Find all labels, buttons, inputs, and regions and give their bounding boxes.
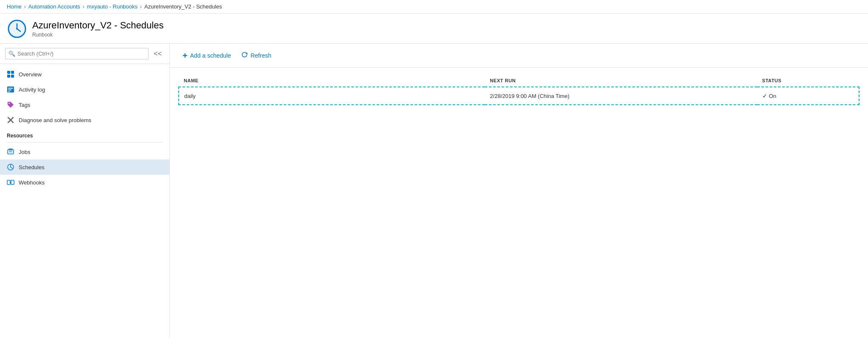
add-schedule-button[interactable]: + Add a schedule bbox=[178, 49, 235, 62]
svg-line-21 bbox=[11, 167, 12, 168]
main-layout: 🔍 << Overview bbox=[0, 44, 868, 338]
col-status: STATUS bbox=[757, 75, 859, 87]
add-icon: + bbox=[183, 51, 188, 60]
sidebar-item-diagnose[interactable]: Diagnose and solve problems bbox=[0, 112, 169, 128]
status-badge: ✓ On bbox=[762, 92, 854, 99]
schedule-table-container: NAME NEXT RUN STATUS daily2/28/2019 9:00… bbox=[170, 68, 868, 112]
toolbar: + Add a schedule Refresh bbox=[170, 44, 868, 68]
breadcrumb-sep-3: › bbox=[140, 4, 142, 10]
sidebar-item-jobs[interactable]: Jobs bbox=[0, 144, 169, 159]
cell-name: daily bbox=[179, 87, 485, 105]
page-icon bbox=[7, 19, 27, 39]
sidebar-item-activity-log[interactable]: Activity log bbox=[0, 82, 169, 97]
activity-log-icon bbox=[7, 86, 14, 93]
col-next-run: NEXT RUN bbox=[485, 75, 757, 87]
page-subtitle: Runbook bbox=[32, 32, 163, 38]
search-icon: 🔍 bbox=[8, 50, 15, 57]
svg-rect-11 bbox=[8, 89, 11, 90]
diagnose-icon bbox=[7, 116, 14, 124]
table-row[interactable]: daily2/28/2019 9:00 AM (China Time)✓ On bbox=[179, 87, 859, 105]
sidebar-item-webhooks[interactable]: Webhooks bbox=[0, 175, 169, 190]
breadcrumb-sep-2: › bbox=[83, 4, 84, 10]
svg-rect-23 bbox=[11, 180, 14, 184]
breadcrumb: Home › Automation Accounts › mxyauto - R… bbox=[0, 0, 868, 14]
col-name: NAME bbox=[179, 75, 485, 87]
resources-divider bbox=[7, 142, 163, 142]
sidebar-search-container: 🔍 << bbox=[0, 44, 169, 64]
refresh-icon bbox=[241, 51, 248, 60]
breadcrumb-automation-accounts[interactable]: Automation Accounts bbox=[28, 3, 80, 10]
schedules-icon bbox=[7, 163, 14, 171]
sidebar: 🔍 << Overview bbox=[0, 44, 170, 338]
schedule-table: NAME NEXT RUN STATUS daily2/28/2019 9:00… bbox=[178, 75, 860, 105]
svg-point-13 bbox=[8, 103, 10, 104]
table-body: daily2/28/2019 9:00 AM (China Time)✓ On bbox=[179, 87, 859, 105]
page-title: AzureInventory_V2 - Schedules bbox=[32, 20, 163, 31]
svg-rect-12 bbox=[8, 91, 10, 92]
breadcrumb-current: AzureInventory_V2 - Schedules bbox=[144, 3, 222, 10]
svg-rect-7 bbox=[7, 75, 10, 78]
svg-point-4 bbox=[16, 28, 18, 30]
sidebar-item-overview-label: Overview bbox=[19, 71, 42, 78]
sidebar-item-diagnose-label: Diagnose and solve problems bbox=[19, 117, 91, 123]
refresh-label: Refresh bbox=[250, 52, 271, 59]
svg-rect-5 bbox=[7, 71, 10, 74]
content-area: + Add a schedule Refresh NAME bbox=[170, 44, 868, 338]
table-header: NAME NEXT RUN STATUS bbox=[179, 75, 859, 87]
svg-rect-6 bbox=[11, 71, 14, 74]
sidebar-item-webhooks-label: Webhooks bbox=[19, 179, 45, 186]
sidebar-item-tags[interactable]: Tags bbox=[0, 97, 169, 112]
page-header: AzureInventory_V2 - Schedules Runbook bbox=[0, 14, 868, 44]
sidebar-item-jobs-label: Jobs bbox=[19, 149, 30, 155]
sidebar-item-overview[interactable]: Overview bbox=[0, 67, 169, 82]
resources-section-label: Resources bbox=[0, 128, 169, 140]
search-input[interactable] bbox=[5, 48, 149, 59]
sidebar-item-tags-label: Tags bbox=[19, 102, 30, 108]
jobs-icon bbox=[7, 148, 14, 156]
tags-icon bbox=[7, 101, 14, 109]
sidebar-item-schedules-label: Schedules bbox=[19, 164, 45, 170]
refresh-button[interactable]: Refresh bbox=[237, 49, 275, 62]
overview-icon bbox=[7, 70, 14, 78]
breadcrumb-home[interactable]: Home bbox=[7, 3, 22, 10]
check-icon: ✓ bbox=[762, 92, 767, 99]
collapse-button[interactable]: << bbox=[151, 49, 164, 59]
add-schedule-label: Add a schedule bbox=[190, 52, 231, 59]
sidebar-item-schedules[interactable]: Schedules bbox=[0, 159, 169, 175]
svg-rect-10 bbox=[8, 88, 13, 89]
breadcrumb-sep-1: › bbox=[24, 4, 26, 10]
webhooks-icon bbox=[7, 179, 14, 186]
breadcrumb-runbooks[interactable]: mxyauto - Runbooks bbox=[87, 3, 138, 10]
svg-rect-22 bbox=[7, 180, 10, 184]
cell-status: ✓ On bbox=[757, 87, 859, 105]
svg-rect-8 bbox=[11, 75, 14, 78]
sidebar-item-activity-log-label: Activity log bbox=[19, 87, 45, 93]
sidebar-navigation: Overview Activity log bbox=[0, 64, 169, 338]
cell-next-run: 2/28/2019 9:00 AM (China Time) bbox=[485, 87, 757, 105]
